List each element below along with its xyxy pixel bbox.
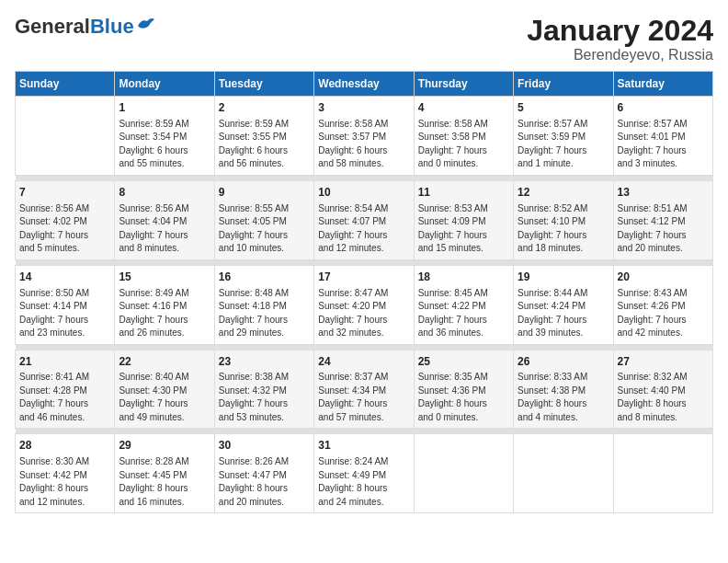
calendar-cell: 15Sunrise: 8:49 AMSunset: 4:16 PMDayligh… [115, 265, 214, 344]
day-info-line: Sunrise: 8:59 AM [219, 119, 289, 129]
day-info-line: Daylight: 8 hours [318, 483, 387, 493]
day-info-line: Daylight: 8 hours [418, 398, 487, 408]
calendar-cell: 21Sunrise: 8:41 AMSunset: 4:28 PMDayligh… [16, 350, 115, 429]
day-info: Sunrise: 8:40 AMSunset: 4:30 PMDaylight:… [119, 371, 210, 424]
day-info-line: Sunrise: 8:47 AM [318, 288, 388, 298]
day-info: Sunrise: 8:54 AMSunset: 4:07 PMDaylight:… [318, 202, 409, 256]
date-number: 4 [418, 100, 509, 116]
day-info-line: Sunrise: 8:58 AM [318, 119, 388, 129]
day-info-line: Daylight: 7 hours [518, 145, 586, 155]
calendar-cell [514, 434, 613, 513]
day-info-line: Sunrise: 8:35 AM [418, 372, 488, 382]
header-day-friday: Friday [514, 72, 613, 97]
week-row-4: 21Sunrise: 8:41 AMSunset: 4:28 PMDayligh… [16, 350, 713, 429]
date-number: 21 [19, 354, 110, 370]
day-info-line: Sunset: 4:14 PM [19, 301, 87, 311]
day-info-line: Sunset: 3:57 PM [318, 132, 386, 142]
day-info-line: Sunset: 3:54 PM [119, 132, 187, 142]
day-info-line: and 3 minutes. [618, 158, 678, 168]
day-info-line: and 32 minutes. [318, 327, 383, 338]
day-info-line: Daylight: 6 hours [219, 145, 288, 155]
day-info: Sunrise: 8:56 AMSunset: 4:04 PMDaylight:… [119, 202, 210, 256]
date-number: 11 [418, 185, 509, 201]
day-info-line: Sunrise: 8:48 AM [219, 288, 289, 298]
day-info: Sunrise: 8:30 AMSunset: 4:42 PMDaylight:… [19, 455, 110, 509]
calendar-cell: 24Sunrise: 8:37 AMSunset: 4:34 PMDayligh… [314, 350, 414, 429]
day-info-line: and 10 minutes. [219, 243, 284, 253]
day-info: Sunrise: 8:48 AMSunset: 4:18 PMDaylight:… [219, 287, 310, 340]
day-info-line: Daylight: 7 hours [19, 315, 88, 325]
day-info-line: and 39 minutes. [518, 327, 583, 338]
day-info-line: Sunrise: 8:44 AM [518, 288, 587, 298]
day-info-line: Daylight: 7 hours [518, 230, 586, 240]
day-info-line: Sunset: 4:26 PM [618, 301, 686, 311]
day-info-line: Daylight: 6 hours [318, 145, 387, 155]
day-info-line: and 20 minutes. [618, 243, 683, 253]
day-info-line: Sunrise: 8:56 AM [19, 203, 89, 213]
day-info-line: Daylight: 7 hours [418, 145, 487, 155]
day-info: Sunrise: 8:38 AMSunset: 4:32 PMDaylight:… [219, 371, 310, 424]
calendar-cell: 20Sunrise: 8:43 AMSunset: 4:26 PMDayligh… [613, 265, 712, 344]
day-info: Sunrise: 8:45 AMSunset: 4:22 PMDaylight:… [418, 287, 509, 340]
date-number: 17 [318, 270, 409, 285]
day-info: Sunrise: 8:50 AMSunset: 4:14 PMDaylight:… [19, 287, 110, 340]
calendar-cell: 19Sunrise: 8:44 AMSunset: 4:24 PMDayligh… [514, 265, 613, 344]
day-info-line: Daylight: 7 hours [418, 230, 487, 240]
day-info-line: Sunset: 4:38 PM [518, 385, 586, 396]
date-number: 3 [318, 100, 409, 116]
day-info: Sunrise: 8:56 AMSunset: 4:02 PMDaylight:… [19, 202, 110, 256]
day-info-line: Sunset: 4:34 PM [318, 385, 386, 396]
date-number: 31 [318, 438, 409, 454]
day-info-line: Sunrise: 8:32 AM [618, 372, 688, 382]
day-info-line: and 53 minutes. [219, 412, 284, 422]
calendar-cell: 12Sunrise: 8:52 AMSunset: 4:10 PMDayligh… [514, 180, 613, 259]
day-info-line: Sunset: 4:02 PM [19, 216, 87, 226]
day-info-line: and 1 minute. [518, 158, 574, 168]
day-info-line: Daylight: 8 hours [518, 398, 586, 408]
calendar-table: SundayMondayTuesdayWednesdayThursdayFrid… [15, 71, 713, 513]
week-row-1: 1Sunrise: 8:59 AMSunset: 3:54 PMDaylight… [16, 97, 713, 176]
calendar-cell: 27Sunrise: 8:32 AMSunset: 4:40 PMDayligh… [613, 350, 712, 429]
calendar-cell: 4Sunrise: 8:58 AMSunset: 3:58 PMDaylight… [414, 97, 513, 176]
day-info-line: and 57 minutes. [318, 412, 383, 422]
date-number: 1 [119, 100, 210, 116]
day-info: Sunrise: 8:44 AMSunset: 4:24 PMDaylight:… [518, 287, 609, 340]
day-info-line: Daylight: 8 hours [19, 483, 88, 493]
date-number: 14 [19, 270, 110, 285]
day-info-line: Sunrise: 8:45 AM [418, 288, 488, 298]
day-info-line: Sunset: 4:28 PM [19, 385, 87, 396]
day-info-line: and 23 minutes. [19, 327, 85, 338]
date-number: 22 [119, 354, 210, 370]
day-info-line: Daylight: 7 hours [318, 230, 387, 240]
header-day-monday: Monday [115, 72, 214, 97]
day-info-line: Sunrise: 8:57 AM [618, 119, 688, 129]
header-day-wednesday: Wednesday [314, 72, 414, 97]
day-info-line: and 56 minutes. [219, 158, 284, 168]
day-info-line: Sunrise: 8:49 AM [119, 288, 188, 298]
day-info-line: and 42 minutes. [618, 327, 683, 338]
calendar-cell [16, 97, 115, 176]
day-info-line: Daylight: 7 hours [219, 230, 288, 240]
calendar-cell: 8Sunrise: 8:56 AMSunset: 4:04 PMDaylight… [115, 180, 214, 259]
day-info: Sunrise: 8:24 AMSunset: 4:49 PMDaylight:… [318, 455, 409, 509]
calendar-cell: 11Sunrise: 8:53 AMSunset: 4:09 PMDayligh… [414, 180, 513, 259]
calendar-cell: 30Sunrise: 8:26 AMSunset: 4:47 PMDayligh… [214, 434, 313, 513]
day-info-line: Sunset: 3:55 PM [219, 132, 287, 142]
date-number: 29 [119, 438, 210, 454]
day-info-line: and 0 minutes. [418, 412, 479, 422]
date-number: 26 [518, 354, 609, 370]
day-info-line: Sunset: 4:10 PM [518, 216, 586, 226]
logo: GeneralBlue [15, 15, 156, 39]
calendar-cell [613, 434, 712, 513]
day-info-line: Sunrise: 8:24 AM [318, 456, 388, 466]
day-info-line: Sunrise: 8:30 AM [19, 456, 89, 466]
calendar-cell: 16Sunrise: 8:48 AMSunset: 4:18 PMDayligh… [214, 265, 313, 344]
day-info-line: Sunrise: 8:50 AM [19, 288, 89, 298]
day-info-line: and 5 minutes. [19, 243, 80, 253]
title-block: January 2024 Berendeyevo, Russia [527, 15, 713, 63]
day-info-line: Sunset: 4:47 PM [219, 470, 287, 480]
day-info: Sunrise: 8:58 AMSunset: 3:58 PMDaylight:… [418, 118, 509, 171]
day-info-line: Sunset: 4:18 PM [219, 301, 287, 311]
day-info-line: Sunrise: 8:40 AM [119, 372, 188, 382]
day-info-line: and 8 minutes. [618, 412, 678, 422]
